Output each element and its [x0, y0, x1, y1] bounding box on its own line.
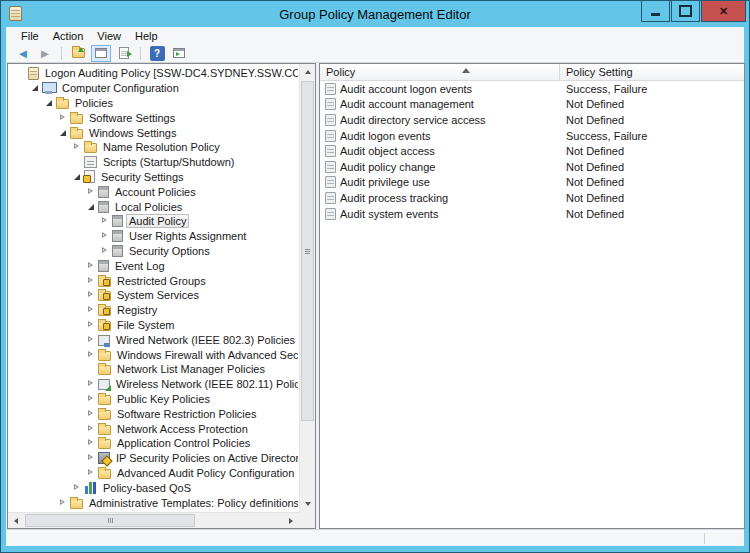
tree-item[interactable]: Event Log: [8, 258, 298, 273]
scroll-left-icon[interactable]: [8, 513, 24, 529]
expander-collapsed-icon[interactable]: [72, 483, 83, 493]
scrollbar-corner: [299, 512, 315, 528]
policy-row[interactable]: Audit logon eventsSuccess, Failure: [320, 128, 744, 144]
tree-item[interactable]: Scripts (Startup/Shutdown): [8, 155, 298, 170]
expander-collapsed-icon[interactable]: [58, 498, 69, 508]
policy-cell: Audit object access: [320, 145, 560, 157]
tree-vertical-scrollbar[interactable]: [299, 64, 315, 512]
tree-item[interactable]: Network List Manager Policies: [8, 362, 298, 377]
tree-item[interactable]: Windows Firewall with Advanced Security: [8, 347, 298, 362]
scroll-right-icon[interactable]: [283, 513, 299, 529]
policy-row[interactable]: Audit process trackingNot Defined: [320, 190, 744, 206]
expander-collapsed-icon[interactable]: [86, 394, 97, 404]
expander-expanded-icon[interactable]: [44, 98, 55, 108]
tree-item[interactable]: Software Restriction Policies: [8, 406, 298, 421]
policy-cell: Audit system events: [320, 208, 560, 220]
tree-item[interactable]: Wireless Network (IEEE 802.11) Policies: [8, 377, 298, 392]
policy-setting-value: Success, Failure: [560, 130, 744, 142]
tree-item[interactable]: Audit Policy: [8, 214, 298, 229]
scroll-down-icon[interactable]: [300, 496, 316, 512]
expander-collapsed-icon[interactable]: [86, 261, 97, 271]
tree-item[interactable]: IP Security Policies on Active Directory…: [8, 451, 298, 466]
tree-item[interactable]: Security Settings: [8, 170, 298, 185]
tree-item[interactable]: Software Settings: [8, 110, 298, 125]
close-icon[interactable]: [701, 1, 746, 22]
vertical-scroll-thumb[interactable]: [301, 81, 314, 421]
tree-item[interactable]: Computer Configuration: [8, 81, 298, 96]
expander-collapsed-icon[interactable]: [100, 231, 111, 241]
show-console-tree-button[interactable]: [91, 45, 111, 62]
expander-collapsed-icon[interactable]: [86, 320, 97, 330]
expander-collapsed-icon[interactable]: [100, 216, 111, 226]
menu-view[interactable]: View: [90, 30, 128, 42]
expander-expanded-icon[interactable]: [30, 83, 41, 93]
tree-item[interactable]: Application Control Policies: [8, 436, 298, 451]
tree-item[interactable]: Local Policies: [8, 199, 298, 214]
tree-item[interactable]: Account Policies: [8, 184, 298, 199]
maximize-icon[interactable]: [671, 1, 700, 22]
export-list-button[interactable]: [115, 45, 133, 61]
policy-row[interactable]: Audit account managementNot Defined: [320, 97, 744, 113]
expander-collapsed-icon[interactable]: [86, 424, 97, 434]
tree-item[interactable]: Policies: [8, 96, 298, 111]
tree-item[interactable]: Public Key Policies: [8, 392, 298, 407]
policy-setting-value: Not Defined: [560, 161, 744, 173]
expander-collapsed-icon[interactable]: [86, 409, 97, 419]
policy-row[interactable]: Audit directory service accessNot Define…: [320, 112, 744, 128]
tree-item[interactable]: Policy-based QoS: [8, 480, 298, 495]
help-button[interactable]: ?: [148, 45, 166, 61]
expander-collapsed-icon[interactable]: [86, 453, 97, 463]
folder-icon: [84, 143, 97, 153]
horizontal-scroll-thumb[interactable]: [25, 514, 195, 527]
expander-collapsed-icon[interactable]: [86, 187, 97, 197]
expander-collapsed-icon[interactable]: [58, 113, 69, 123]
expander-collapsed-icon[interactable]: [100, 246, 111, 256]
tree-item[interactable]: Logon Auditing Policy [SSW-DC4.SYDNEY.SS…: [8, 66, 298, 81]
expander-expanded-icon[interactable]: [86, 202, 97, 212]
policy-row[interactable]: Audit policy changeNot Defined: [320, 159, 744, 175]
expander-collapsed-icon[interactable]: [86, 335, 97, 345]
tree-item[interactable]: Registry: [8, 303, 298, 318]
tree-item[interactable]: Wired Network (IEEE 802.3) Policies: [8, 332, 298, 347]
tree-item[interactable]: File System: [8, 318, 298, 333]
menu-action[interactable]: Action: [46, 30, 91, 42]
forward-button[interactable]: ►: [36, 45, 54, 61]
tree-item[interactable]: Network Access Protection: [8, 421, 298, 436]
tree-item[interactable]: Restricted Groups: [8, 273, 298, 288]
tree-item[interactable]: System Services: [8, 288, 298, 303]
expander-expanded-icon[interactable]: [58, 128, 69, 138]
expander-collapsed-icon[interactable]: [86, 305, 97, 315]
policy-row[interactable]: Audit privilege useNot Defined: [320, 175, 744, 191]
menu-file[interactable]: File: [14, 30, 46, 42]
expander-collapsed-icon[interactable]: [86, 350, 97, 360]
menu-help[interactable]: Help: [128, 30, 165, 42]
tree-item-label: Security Options: [126, 244, 213, 258]
policy-row[interactable]: Audit object accessNot Defined: [320, 143, 744, 159]
tree-item[interactable]: Windows Settings: [8, 125, 298, 140]
expander-collapsed-icon[interactable]: [86, 468, 97, 478]
minimize-icon[interactable]: [641, 1, 670, 22]
show-action-pane-button[interactable]: [170, 45, 188, 61]
expander-collapsed-icon[interactable]: [72, 142, 83, 152]
expander-collapsed-icon[interactable]: [86, 290, 97, 300]
status-bar-divider: [704, 533, 705, 544]
expander-collapsed-icon[interactable]: [86, 276, 97, 286]
column-header-policy[interactable]: Policy: [320, 64, 560, 80]
policydb-icon: [98, 186, 109, 198]
tree-item[interactable]: Name Resolution Policy: [8, 140, 298, 155]
expander-collapsed-icon[interactable]: [86, 438, 97, 448]
policy-row[interactable]: Audit system eventsNot Defined: [320, 206, 744, 222]
tree-item[interactable]: Administrative Templates: Policy definit…: [8, 495, 298, 510]
up-one-level-button[interactable]: [69, 45, 87, 61]
tree-item[interactable]: Security Options: [8, 244, 298, 259]
policy-row[interactable]: Audit account logon eventsSuccess, Failu…: [320, 81, 744, 97]
tree-item[interactable]: Advanced Audit Policy Configuration: [8, 466, 298, 481]
policy-name: Audit object access: [340, 145, 435, 157]
expander-collapsed-icon[interactable]: [86, 379, 97, 389]
tree-horizontal-scrollbar[interactable]: [8, 512, 299, 528]
column-header-policy-setting[interactable]: Policy Setting: [560, 64, 744, 80]
back-button[interactable]: ◄: [14, 45, 32, 61]
expander-expanded-icon[interactable]: [72, 172, 83, 182]
tree-item[interactable]: User Rights Assignment: [8, 229, 298, 244]
scroll-up-icon[interactable]: [300, 64, 316, 80]
